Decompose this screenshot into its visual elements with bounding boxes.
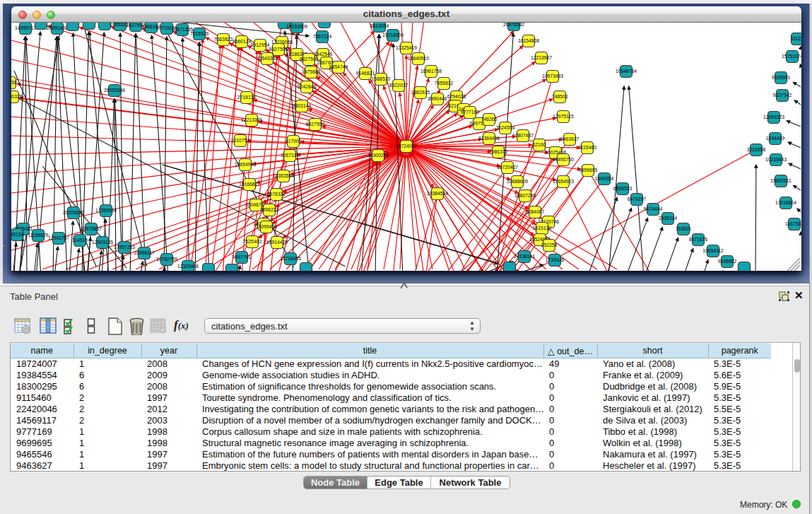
svg-text:8990448: 8990448 bbox=[428, 96, 447, 101]
svg-text:12213369: 12213369 bbox=[241, 117, 262, 122]
svg-text:9146821: 9146821 bbox=[356, 71, 375, 76]
svg-text:3342546: 3342546 bbox=[314, 52, 333, 57]
svg-text:9084067: 9084067 bbox=[526, 209, 545, 214]
svg-text:8813054: 8813054 bbox=[370, 23, 389, 28]
svg-text:9227342: 9227342 bbox=[773, 93, 792, 98]
svg-text:8578332: 8578332 bbox=[267, 192, 286, 197]
svg-text:19654923: 19654923 bbox=[553, 179, 574, 184]
svg-text:10807487: 10807487 bbox=[512, 133, 534, 138]
svg-text:763621: 763621 bbox=[676, 226, 692, 231]
svg-text:8660124: 8660124 bbox=[233, 39, 252, 44]
svg-text:746266: 746266 bbox=[481, 117, 498, 122]
svg-text:10210643: 10210643 bbox=[765, 157, 787, 162]
svg-text:1588520: 1588520 bbox=[372, 76, 391, 81]
svg-text:6794028: 6794028 bbox=[447, 94, 466, 99]
svg-text:9329991: 9329991 bbox=[772, 75, 791, 80]
svg-text:8427552: 8427552 bbox=[306, 122, 325, 127]
svg-text:417006: 417006 bbox=[286, 139, 302, 144]
svg-text:8912954: 8912954 bbox=[251, 42, 270, 47]
svg-text:19218906: 19218906 bbox=[382, 33, 404, 37]
svg-text:3498222: 3498222 bbox=[260, 207, 279, 212]
svg-text:18640910: 18640910 bbox=[408, 56, 429, 61]
svg-text:8322037: 8322037 bbox=[389, 83, 408, 88]
svg-text:1733426: 1733426 bbox=[546, 257, 565, 262]
svg-text:12323446: 12323446 bbox=[177, 264, 199, 269]
svg-text:6479197: 6479197 bbox=[628, 197, 647, 201]
svg-text:252254: 252254 bbox=[541, 243, 558, 247]
svg-text:748503: 748503 bbox=[552, 94, 568, 99]
svg-text:16154808: 16154808 bbox=[518, 38, 539, 43]
svg-text:62160: 62160 bbox=[533, 142, 546, 147]
svg-text:13325419: 13325419 bbox=[396, 45, 417, 50]
svg-text:7663822: 7663822 bbox=[214, 37, 233, 42]
svg-text:15751074: 15751074 bbox=[782, 54, 801, 59]
svg-text:9115460: 9115460 bbox=[578, 145, 596, 150]
svg-text:7625402: 7625402 bbox=[243, 239, 262, 244]
svg-text:7357224: 7357224 bbox=[313, 34, 332, 39]
svg-text:9245652: 9245652 bbox=[718, 259, 737, 264]
svg-text:17016504: 17016504 bbox=[775, 200, 796, 205]
svg-text:20206536: 20206536 bbox=[63, 210, 84, 215]
svg-text:16782759: 16782759 bbox=[156, 257, 177, 262]
svg-text:9474444: 9474444 bbox=[644, 206, 663, 211]
svg-text:10958117: 10958117 bbox=[134, 250, 155, 255]
svg-text:17957253: 17957253 bbox=[114, 245, 135, 250]
svg-text:10973493: 10973493 bbox=[542, 74, 563, 78]
svg-text:3875685: 3875685 bbox=[302, 69, 321, 74]
svg-text:2718126: 2718126 bbox=[237, 95, 257, 100]
svg-text:26876582: 26876582 bbox=[503, 23, 524, 27]
svg-text:10975857: 10975857 bbox=[81, 226, 102, 231]
svg-text:9327506: 9327506 bbox=[300, 57, 319, 62]
svg-text:3215958: 3215958 bbox=[747, 147, 766, 152]
svg-text:114519: 114519 bbox=[72, 238, 88, 243]
svg-text:1244419: 1244419 bbox=[766, 136, 785, 141]
svg-text:12093323: 12093323 bbox=[763, 115, 784, 119]
svg-text:18495750: 18495750 bbox=[553, 157, 574, 162]
svg-text:18807249: 18807249 bbox=[514, 193, 536, 198]
svg-text:8186328: 8186328 bbox=[11, 94, 22, 99]
svg-text:9242848: 9242848 bbox=[298, 84, 317, 89]
svg-text:14136141: 14136141 bbox=[514, 254, 535, 259]
svg-text:10648784: 10648784 bbox=[616, 69, 637, 74]
svg-text:6593923: 6593923 bbox=[613, 186, 632, 191]
svg-text:10543362: 10543362 bbox=[257, 56, 278, 61]
svg-text:19166827: 19166827 bbox=[239, 182, 260, 187]
svg-text:7515526: 7515526 bbox=[190, 31, 209, 36]
svg-text:12503135: 12503135 bbox=[92, 240, 113, 245]
svg-text:9899695: 9899695 bbox=[579, 168, 598, 173]
svg-text:1362615: 1362615 bbox=[411, 90, 430, 95]
svg-text:19384554: 19384554 bbox=[427, 191, 448, 196]
svg-text:3624554: 3624554 bbox=[496, 125, 515, 130]
svg-text:16033809: 16033809 bbox=[286, 24, 307, 29]
svg-text:14055713: 14055713 bbox=[15, 25, 36, 30]
svg-text:12975115: 12975115 bbox=[553, 114, 574, 119]
svg-text:16961758: 16961758 bbox=[420, 69, 442, 74]
svg-text:9327505: 9327505 bbox=[269, 47, 288, 52]
svg-text:8454749: 8454749 bbox=[329, 64, 348, 69]
svg-text:19654943: 19654943 bbox=[235, 162, 256, 167]
svg-text:11127: 11127 bbox=[791, 36, 801, 41]
svg-text:18724007: 18724007 bbox=[396, 144, 417, 148]
svg-text:25300293: 25300293 bbox=[367, 153, 389, 158]
svg-text:9463627: 9463627 bbox=[560, 136, 579, 141]
svg-text:1615132: 1615132 bbox=[533, 226, 552, 230]
svg-text:16058: 16058 bbox=[11, 80, 17, 85]
svg-text:7986372: 7986372 bbox=[489, 149, 508, 154]
svg-text:9457791: 9457791 bbox=[233, 255, 252, 259]
svg-text:15720407: 15720407 bbox=[497, 165, 518, 170]
svg-text:15692911: 15692911 bbox=[770, 178, 792, 183]
svg-text:8471676: 8471676 bbox=[689, 237, 708, 242]
svg-text:2803144: 2803144 bbox=[293, 103, 312, 108]
svg-text:1640954: 1640954 bbox=[595, 176, 614, 181]
svg-text:12942757: 12942757 bbox=[48, 235, 69, 240]
svg-text:39154: 39154 bbox=[11, 232, 24, 237]
svg-text:16914479: 16914479 bbox=[266, 240, 288, 245]
svg-text:1010753: 1010753 bbox=[231, 138, 250, 143]
svg-text:15716485: 15716485 bbox=[280, 256, 301, 261]
svg-text:17359934: 17359934 bbox=[95, 208, 117, 213]
svg-text:12213967: 12213967 bbox=[531, 55, 552, 60]
svg-text:2935114: 2935114 bbox=[659, 216, 677, 221]
svg-text:26053346: 26053346 bbox=[104, 88, 125, 93]
svg-text:10654112: 10654112 bbox=[702, 248, 724, 253]
svg-text:21364436: 21364436 bbox=[478, 136, 500, 141]
